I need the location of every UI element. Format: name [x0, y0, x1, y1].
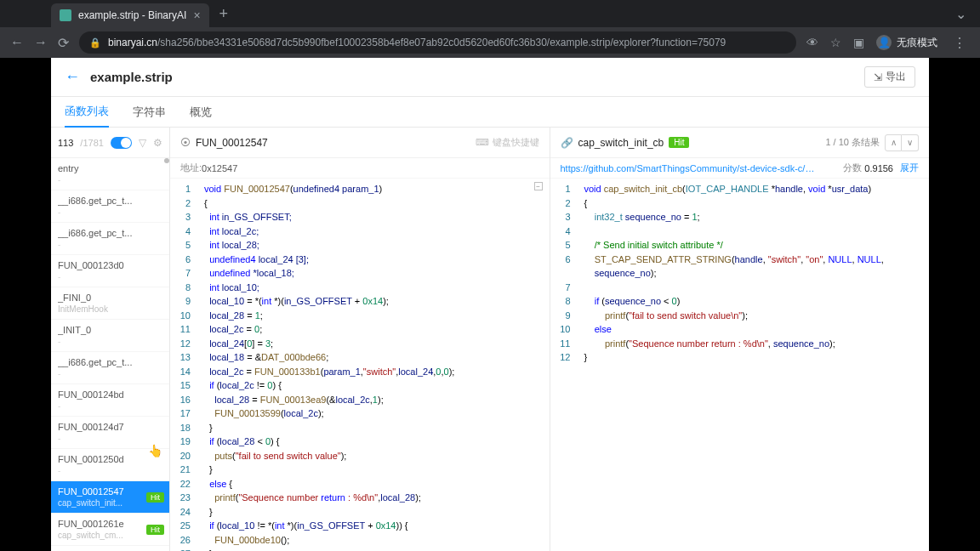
score-label: 分数 — [843, 162, 862, 174]
export-label: 导出 — [886, 70, 906, 84]
tab-overview[interactable]: 概览 — [190, 98, 212, 127]
list-item[interactable]: __i686.get_pc_t...- — [51, 190, 169, 223]
forward-icon[interactable]: → — [34, 35, 48, 50]
puzzle-icon[interactable]: ▣ — [853, 36, 864, 49]
url-bar: ← → ⟳ 🔒 binaryai.cn/sha256/bbe34331e5068… — [0, 27, 980, 58]
tab-dropdown-icon[interactable]: ⌄ — [942, 6, 980, 22]
list-item[interactable]: __i686.get_pc_t...- — [51, 223, 169, 255]
new-tab-button[interactable]: + — [209, 5, 239, 23]
page-title: example.strip — [90, 70, 173, 84]
filter-icon[interactable]: ▽ — [139, 137, 146, 149]
browser-chrome: example.strip - BinaryAI × + ⌄ ← → ⟳ 🔒 b… — [0, 0, 980, 58]
app-header: ← example.strip ⇲ 导出 — [51, 58, 929, 97]
list-item[interactable]: FUN_000124bd- — [51, 384, 169, 417]
lock-icon: 🔒 — [89, 37, 101, 48]
list-item[interactable]: FUN_000124d7- — [51, 417, 169, 449]
filtered-count: 113 — [58, 138, 73, 148]
scroll-thumb[interactable] — [164, 158, 169, 163]
app: ← example.strip ⇲ 导出 函数列表 字符串 概览 113/178… — [51, 58, 929, 551]
fold-icon[interactable]: − — [534, 182, 543, 190]
eye-off-icon[interactable]: 👁 — [806, 36, 818, 49]
result-nav: 1 / 10 条结果 ∧ ∨ — [825, 134, 919, 151]
list-item[interactable]: __i686.get_pc_t...- — [51, 352, 169, 384]
tab-functions[interactable]: 函数列表 — [65, 97, 109, 128]
tab-strings[interactable]: 字符串 — [133, 98, 166, 127]
favicon — [60, 9, 71, 21]
incognito-icon: 👤 — [876, 35, 892, 50]
right-pane-header: 🔗 cap_switch_init_cb Hit 1 / 10 条结果 ∧ ∨ — [550, 128, 930, 158]
back-arrow-icon[interactable]: ← — [65, 68, 80, 86]
incognito-label: 无痕模式 — [897, 36, 937, 50]
left-pane-title: FUN_00012547 — [196, 137, 268, 149]
content: 113/1781 ▽ ⚙ entry-__i686.get_pc_t...-__… — [51, 128, 929, 551]
hotkey-hint[interactable]: ⌨ 键盘快捷键 — [476, 136, 539, 149]
reference-pane: 🔗 cap_switch_init_cb Hit 1 / 10 条结果 ∧ ∨ … — [550, 128, 930, 551]
app-tabs: 函数列表 字符串 概览 — [51, 97, 929, 128]
browser-tab[interactable]: example.strip - BinaryAI × — [51, 3, 209, 27]
expand-link[interactable]: 展开 — [900, 162, 919, 174]
filter-toggle[interactable] — [111, 137, 132, 149]
url-field[interactable]: 🔒 binaryai.cn/sha256/bbe34331e5068d7dc5b… — [79, 31, 796, 54]
tab-title: example.strip - BinaryAI — [78, 9, 186, 21]
addr-label: 地址: — [180, 162, 202, 174]
left-code-area[interactable]: − 1void FUN_00012547(undefined4 param_1)… — [170, 179, 550, 551]
decompiled-pane: ⦿ FUN_00012547 ⌨ 键盘快捷键 地址: 0x12547 − 1vo… — [170, 128, 550, 551]
close-icon[interactable]: × — [193, 9, 200, 22]
prev-result-button[interactable]: ∧ — [885, 134, 902, 151]
addr-value: 0x12547 — [202, 163, 237, 173]
url-text: binaryai.cn/sha256/bbe34331e5068d7dc5b99… — [108, 37, 726, 48]
right-code-area[interactable]: 1void cap_switch_init_cb(IOT_CAP_HANDLE … — [550, 179, 930, 551]
list-item[interactable]: FUN_0001270dcap_switch_cm...Hit — [51, 546, 169, 551]
list-item[interactable]: FUN_000123d0- — [51, 255, 169, 287]
next-result-button[interactable]: ∨ — [902, 134, 919, 151]
result-count: 1 / 10 条结果 — [825, 136, 880, 149]
menu-icon[interactable]: ⋮ — [949, 35, 970, 51]
hotkey-label: 键盘快捷键 — [493, 136, 539, 149]
incognito-badge: 👤 无痕模式 — [876, 35, 937, 50]
total-count: /1781 — [80, 138, 104, 148]
list-item[interactable]: _INIT_0- — [51, 320, 169, 352]
score-value: 0.9156 — [864, 163, 893, 173]
gear-icon[interactable]: ⚙ — [153, 137, 162, 149]
reload-icon[interactable]: ⟳ — [58, 35, 69, 51]
function-list[interactable]: entry-__i686.get_pc_t...-__i686.get_pc_t… — [51, 158, 169, 551]
right-pane-title: cap_switch_init_cb — [578, 137, 664, 149]
list-item[interactable]: FUN_0001261ecap_switch_cm...Hit — [51, 514, 169, 546]
left-pane-header: ⦿ FUN_00012547 ⌨ 键盘快捷键 — [170, 128, 550, 158]
sidebar: 113/1781 ▽ ⚙ entry-__i686.get_pc_t...-__… — [51, 128, 170, 551]
right-pane-subheader: https://github.com/SmartThingsCommunity/… — [550, 158, 930, 179]
list-item[interactable]: FUN_00012547cap_switch_init...Hit — [51, 481, 169, 514]
match-icon: 🔗 — [561, 137, 573, 149]
code-panes: ⦿ FUN_00012547 ⌨ 键盘快捷键 地址: 0x12547 − 1vo… — [170, 128, 929, 551]
export-button[interactable]: ⇲ 导出 — [864, 66, 915, 88]
hit-badge: Hit — [669, 137, 689, 148]
sidebar-header: 113/1781 ▽ ⚙ — [51, 128, 169, 158]
list-item[interactable]: entry- — [51, 158, 169, 190]
left-pane-subheader: 地址: 0x12547 — [170, 158, 550, 179]
list-item[interactable]: FUN_0001250d- — [51, 449, 169, 481]
star-icon[interactable]: ☆ — [830, 36, 841, 49]
source-link[interactable]: https://github.com/SmartThingsCommunity/… — [561, 163, 816, 173]
keyboard-icon: ⌨ — [476, 137, 489, 148]
back-icon[interactable]: ← — [10, 35, 24, 50]
tab-bar: example.strip - BinaryAI × + ⌄ — [0, 0, 980, 27]
browser-toolbar: 👁 ☆ ▣ 👤 无痕模式 ⋮ — [806, 35, 970, 51]
export-icon: ⇲ — [874, 71, 882, 83]
list-item[interactable]: _FINI_0InitMemHook — [51, 287, 169, 320]
function-icon: ⦿ — [180, 137, 191, 149]
